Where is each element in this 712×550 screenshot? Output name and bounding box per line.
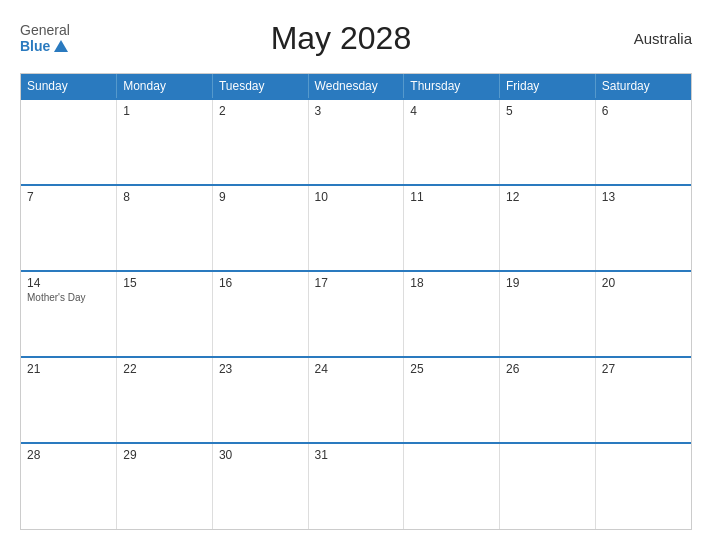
country-label: Australia	[612, 30, 692, 47]
calendar-day-cell: 27	[595, 357, 691, 443]
calendar-day-cell: 8	[117, 185, 213, 271]
day-number: 28	[27, 448, 110, 462]
day-number: 2	[219, 104, 302, 118]
day-number: 14	[27, 276, 110, 290]
day-number: 22	[123, 362, 206, 376]
calendar-day-cell: 15	[117, 271, 213, 357]
day-number: 21	[27, 362, 110, 376]
calendar-day-cell: 18	[404, 271, 500, 357]
day-number: 7	[27, 190, 110, 204]
day-number: 24	[315, 362, 398, 376]
day-number: 6	[602, 104, 685, 118]
day-number: 12	[506, 190, 589, 204]
calendar-week-row: 28293031	[21, 443, 691, 529]
calendar-day-cell: 12	[500, 185, 596, 271]
calendar-day-cell: 23	[212, 357, 308, 443]
calendar-day-cell: 3	[308, 99, 404, 185]
day-number: 23	[219, 362, 302, 376]
calendar-day-cell: 29	[117, 443, 213, 529]
day-number: 18	[410, 276, 493, 290]
calendar-week-row: 14Mother's Day151617181920	[21, 271, 691, 357]
calendar-day-cell: 1	[117, 99, 213, 185]
calendar-week-row: 123456	[21, 99, 691, 185]
calendar-day-cell: 26	[500, 357, 596, 443]
calendar-day-cell: 24	[308, 357, 404, 443]
logo-blue-text: Blue	[20, 38, 68, 54]
day-number: 4	[410, 104, 493, 118]
weekday-header: Monday	[117, 74, 213, 99]
calendar-day-cell	[595, 443, 691, 529]
day-number: 9	[219, 190, 302, 204]
calendar-day-cell: 17	[308, 271, 404, 357]
calendar-day-cell: 31	[308, 443, 404, 529]
day-number: 26	[506, 362, 589, 376]
weekday-header: Friday	[500, 74, 596, 99]
calendar-day-cell: 6	[595, 99, 691, 185]
calendar-day-cell: 30	[212, 443, 308, 529]
day-number: 30	[219, 448, 302, 462]
calendar-day-cell: 4	[404, 99, 500, 185]
day-number: 15	[123, 276, 206, 290]
calendar-day-cell: 16	[212, 271, 308, 357]
day-number: 8	[123, 190, 206, 204]
calendar-day-cell	[21, 99, 117, 185]
calendar-container: SundayMondayTuesdayWednesdayThursdayFrid…	[20, 73, 692, 530]
day-number: 17	[315, 276, 398, 290]
calendar-day-cell: 14Mother's Day	[21, 271, 117, 357]
calendar-day-cell: 10	[308, 185, 404, 271]
day-number: 27	[602, 362, 685, 376]
weekday-header: Saturday	[595, 74, 691, 99]
weekday-header: Sunday	[21, 74, 117, 99]
logo: General Blue	[20, 23, 70, 54]
calendar-day-cell	[500, 443, 596, 529]
calendar-day-cell: 19	[500, 271, 596, 357]
calendar-week-row: 21222324252627	[21, 357, 691, 443]
calendar-day-cell: 28	[21, 443, 117, 529]
calendar-day-cell: 25	[404, 357, 500, 443]
logo-general-text: General	[20, 23, 70, 38]
logo-triangle-icon	[54, 40, 68, 52]
day-number: 20	[602, 276, 685, 290]
day-number: 11	[410, 190, 493, 204]
day-number: 16	[219, 276, 302, 290]
calendar-day-cell	[404, 443, 500, 529]
calendar-table: SundayMondayTuesdayWednesdayThursdayFrid…	[21, 74, 691, 529]
day-number: 19	[506, 276, 589, 290]
calendar-week-row: 78910111213	[21, 185, 691, 271]
day-event: Mother's Day	[27, 292, 110, 303]
calendar-day-cell: 22	[117, 357, 213, 443]
month-title: May 2028	[70, 20, 612, 57]
day-number: 10	[315, 190, 398, 204]
day-number: 5	[506, 104, 589, 118]
calendar-day-cell: 11	[404, 185, 500, 271]
calendar-body: 1234567891011121314Mother's Day151617181…	[21, 99, 691, 529]
calendar-day-cell: 5	[500, 99, 596, 185]
calendar-day-cell: 2	[212, 99, 308, 185]
day-number: 29	[123, 448, 206, 462]
calendar-day-cell: 9	[212, 185, 308, 271]
weekday-header: Tuesday	[212, 74, 308, 99]
day-number: 3	[315, 104, 398, 118]
weekday-header: Thursday	[404, 74, 500, 99]
calendar-day-cell: 7	[21, 185, 117, 271]
day-number: 25	[410, 362, 493, 376]
day-number: 13	[602, 190, 685, 204]
calendar-day-cell: 20	[595, 271, 691, 357]
calendar-day-cell: 21	[21, 357, 117, 443]
day-number: 1	[123, 104, 206, 118]
calendar-header: General Blue May 2028 Australia	[20, 20, 692, 57]
calendar-header-row: SundayMondayTuesdayWednesdayThursdayFrid…	[21, 74, 691, 99]
weekday-header: Wednesday	[308, 74, 404, 99]
day-number: 31	[315, 448, 398, 462]
calendar-day-cell: 13	[595, 185, 691, 271]
